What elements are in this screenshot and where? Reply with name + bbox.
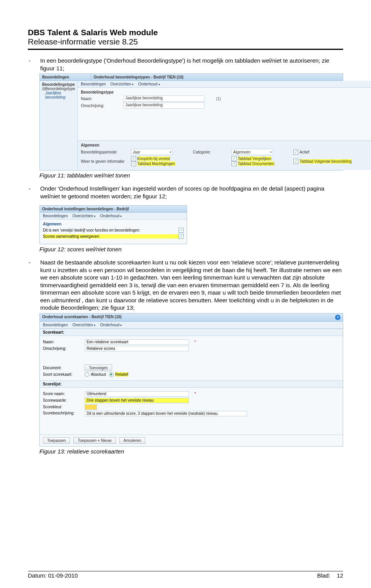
ss3-scorekleur-swatch[interactable] xyxy=(85,404,97,410)
ss1-side-link[interactable]: Jaarlijkse beoordeling xyxy=(42,91,75,99)
toevoegen-button[interactable]: Toevoegen xyxy=(85,365,112,371)
ss1-tab-overzichten[interactable]: Overzichten xyxy=(111,82,134,86)
ss3-scorebesch-input[interactable]: Dit is een uitmuntende score, 3 stappen … xyxy=(85,411,247,416)
ss3-tab-beoordelingen[interactable]: Beoordelingen xyxy=(43,323,68,327)
bullet-2-text: Onder 'Onderhoud Instellingen' kan inges… xyxy=(40,185,343,200)
ss3-scorekleur-label: Scorekleur: xyxy=(43,405,82,409)
ss1-alg-head: Algemeen xyxy=(81,143,371,147)
radio-absoluut[interactable] xyxy=(85,372,89,377)
footer-page: Blad: 12 xyxy=(317,572,343,579)
ss3-doc-label: Document: xyxy=(43,366,82,370)
ss1-side-sub: ⊟Beoordelingstype xyxy=(42,87,75,91)
ss2-alg-head: Algemeen xyxy=(43,222,184,226)
ss2-verwijs-check[interactable]: ✓ xyxy=(179,228,184,233)
figure-11-caption: Figuur 11: tabbladen wel/niet tonen xyxy=(39,172,343,179)
bullet-dash: - xyxy=(28,57,40,72)
radio-relatief[interactable] xyxy=(109,372,114,377)
ss3-title: Onderhoud scorekaarten - Bedrijf TIEN (1… xyxy=(42,315,122,320)
ss3-naam-input[interactable]: Een relatieve scorekaart xyxy=(85,339,189,345)
ss1-sect-head: Beoordelingstype xyxy=(81,90,371,94)
ss2-scores-check[interactable]: ✓ xyxy=(179,234,184,239)
ss3-scorewaarde-select[interactable]: Drie stappen boven het vereiste niveau xyxy=(85,398,189,403)
ss3-tab-overzichten[interactable]: Overzichten xyxy=(73,323,96,327)
ss1-period-label: Beoordelingsperiode: xyxy=(81,150,127,154)
ss3-scorenaam-label: Score naam: xyxy=(43,392,82,396)
ss3-soort-label: Soort scorekaart: xyxy=(43,372,82,377)
ss2-scores-label: Scores samenvatting weergeven: xyxy=(43,234,179,239)
figure-12-screenshot: Onderhoud instellingen beoordelingen - B… xyxy=(39,205,187,244)
ss3-scorewaarde-label: Scorewaarde: xyxy=(43,398,82,402)
page-subtitle: Release-informatie versie 8.25 xyxy=(28,37,343,46)
bullet-dash: - xyxy=(28,185,40,200)
ss1-period-select[interactable]: Jaar xyxy=(131,149,173,155)
ss1-main-title: Onderhoud beoordelingstypen - Bedrijf TI… xyxy=(91,74,186,80)
figure-12-caption: Figuur 12: scores wel/niet tonen xyxy=(39,246,343,252)
ss1-chk-vergelijken[interactable]: ✓Tabblad Vergelijken xyxy=(231,156,271,161)
ss3-tab-onderhoud[interactable]: Onderhoud xyxy=(100,323,122,327)
ss2-tab-overzichten[interactable]: Overzichten xyxy=(73,214,96,218)
ss3-naam-label: Naam: xyxy=(43,340,82,344)
ss3-scorebesch-label: Scorebeschrijving: xyxy=(43,411,82,415)
ss3-sect-scorelijst: Scorelijst: xyxy=(40,380,343,388)
page-title: DBS Talent & Salaris Web module xyxy=(28,28,343,37)
ss1-oms-input[interactable]: Jaarlijkse beoordeling xyxy=(123,102,204,109)
ss1-naam-input[interactable]: Jaarlijkse beoordeling xyxy=(123,95,204,102)
toepassen-nieuw-button[interactable]: Toepassen + Nieuw xyxy=(73,437,116,444)
ss3-scorenaam-input[interactable]: Uitmuntend xyxy=(85,391,189,397)
ss1-naam-after: (1) xyxy=(216,97,221,101)
required-icon: * xyxy=(194,340,196,344)
ss2-verwijs-label: Dit is een 'verwijs'-bedrijf voor functi… xyxy=(43,228,179,232)
toepassen-button[interactable]: Toepassen xyxy=(43,437,70,444)
ss1-side-head: Beoordelingstype xyxy=(42,82,75,87)
ss1-chk-knopinfo[interactable]: ✓Knopinfo bij vereist xyxy=(131,156,170,161)
figure-13-caption: Figuur 13: relatieve scorekaarten xyxy=(39,448,343,455)
ss1-tab-onderhoud[interactable]: Onderhoud xyxy=(138,82,160,86)
ss1-chk-machtigingen[interactable]: ✓Tabblad Machtigingen xyxy=(131,161,175,166)
ss2-tab-beoordelingen[interactable]: Beoordelingen xyxy=(43,214,68,218)
ss1-info-label: Weer te geven informatie: xyxy=(81,159,127,164)
ss1-cat-label: Categorie: xyxy=(193,150,228,154)
ss1-oms-label: Omschrijving: xyxy=(81,104,123,108)
ss3-oms-label: Omschrijving: xyxy=(43,346,82,351)
ss3-sect-scorekaart: Scorekaart: xyxy=(40,329,343,336)
ss1-naam-label: Naam: xyxy=(81,97,123,101)
ss1-left-title: Beoordelingen xyxy=(40,74,91,80)
ss1-chk-volgende[interactable]: ✓Tabblad Volgende beoordeling xyxy=(293,159,352,164)
ss1-tab-beoordelingen[interactable]: Beoordelingen xyxy=(81,82,106,86)
help-icon[interactable]: ? xyxy=(335,315,340,320)
header-rule xyxy=(28,49,343,50)
figure-13-screenshot: Onderhoud scorekaarten - Bedrijf TIEN (1… xyxy=(39,313,343,447)
annuleren-button[interactable]: Annuleren xyxy=(119,437,146,444)
footer-date: Datum: 01-09-2010 xyxy=(28,572,78,579)
bullet-dash: - xyxy=(28,259,40,312)
required-icon: * xyxy=(194,392,196,396)
bullet-1-text: In een beoordelingstype ('Onderhoud Beoo… xyxy=(40,57,343,72)
ss2-tab-onderhoud[interactable]: Onderhoud xyxy=(100,214,122,218)
ss1-chk-documenten[interactable]: ✓Tabblad Documenten xyxy=(231,161,274,166)
ss1-cat-select[interactable]: Algemeen xyxy=(231,149,273,155)
figure-11-screenshot: Beoordelingen Onderhoud beoordelingstype… xyxy=(39,73,343,170)
ss3-oms-input[interactable]: Relatieve scores xyxy=(85,346,189,351)
ss1-chk-actief[interactable]: ✓Actief xyxy=(293,150,371,155)
ss2-title: Onderhoud instellingen beoordelingen - B… xyxy=(40,206,187,213)
bullet-3-text: Naast de bestaande absolute scorekaarten… xyxy=(40,259,343,312)
